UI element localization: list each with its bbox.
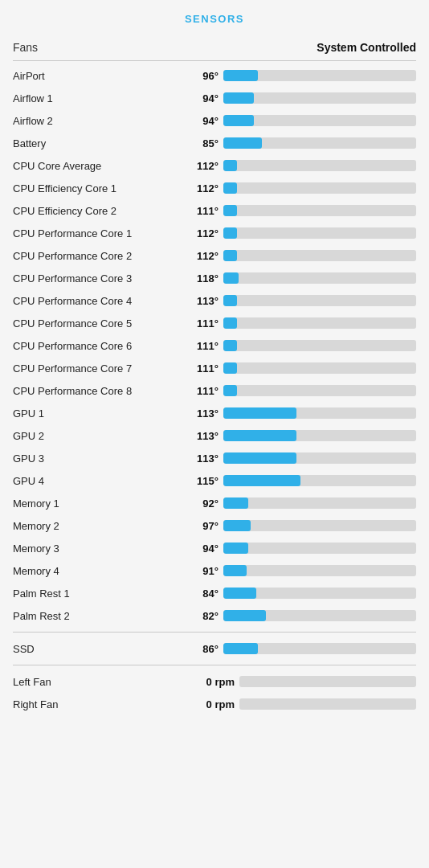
bar-fill: [223, 115, 254, 126]
divider-fans: [13, 665, 416, 665]
fan-list: Left Fan0 rpmRight Fan0 rpm: [13, 670, 416, 715]
sensor-row: GPU 3113°: [13, 447, 416, 469]
sensor-name: CPU Performance Core 5: [13, 317, 182, 330]
sensor-value: 94°: [182, 92, 223, 104]
bar-fill: [223, 542, 248, 554]
bar-fill: [223, 182, 237, 194]
bar-container: [223, 205, 416, 216]
bar-fill: [223, 565, 247, 576]
bar-container: [223, 520, 416, 531]
bar-fill: [223, 407, 296, 419]
sensor-row: SSD86°: [13, 637, 416, 660]
sensor-name: Memory 3: [13, 542, 182, 555]
sensor-name: Airflow 2: [13, 115, 182, 127]
sensor-value: 113°: [182, 452, 223, 465]
sensor-name: Palm Rest 1: [13, 588, 182, 600]
sensor-value: 112°: [182, 250, 223, 262]
bar-container: [223, 407, 416, 419]
bar-container: [239, 676, 416, 687]
sensor-row: GPU 1113°: [13, 402, 416, 424]
bar-fill: [223, 643, 258, 654]
sensor-row: Left Fan0 rpm: [13, 670, 416, 693]
sensor-row: Memory 394°: [13, 537, 416, 559]
sensor-value: 111°: [182, 340, 223, 352]
sensor-name: CPU Performance Core 6: [13, 340, 182, 352]
sensor-row: Palm Rest 282°: [13, 604, 416, 627]
bar-fill: [223, 340, 237, 351]
sensor-row: CPU Performance Core 4113°: [13, 289, 416, 312]
sensor-value: 111°: [182, 362, 223, 375]
fans-section: Fans System Controlled AirPort96°Airflow…: [0, 35, 429, 627]
bar-fill: [223, 588, 256, 599]
sensor-name: Airflow 1: [13, 92, 182, 104]
sensor-name: Memory 2: [13, 520, 182, 532]
sensor-name: Palm Rest 2: [13, 610, 182, 622]
bar-container: [239, 698, 416, 710]
bar-fill: [223, 430, 296, 441]
sensor-row: CPU Performance Core 8111°: [13, 379, 416, 402]
sensor-value: 0 rpm: [182, 676, 239, 688]
sensor-value: 86°: [182, 643, 223, 655]
sensor-row: Memory 491°: [13, 559, 416, 582]
bar-fill: [223, 475, 300, 486]
bar-fill: [223, 70, 258, 81]
bar-fill: [223, 610, 266, 621]
ssd-list: SSD86°: [13, 637, 416, 660]
bar-fill: [223, 497, 248, 509]
bar-container: [223, 340, 416, 351]
sensor-row: CPU Efficiency Core 1112°: [13, 177, 416, 199]
sensor-row: Airflow 194°: [13, 87, 416, 109]
sensor-name: CPU Efficiency Core 1: [13, 182, 182, 194]
bar-container: [223, 542, 416, 554]
bar-fill: [223, 452, 296, 464]
sensor-row: Memory 297°: [13, 514, 416, 537]
bar-container: [223, 115, 416, 126]
sensor-value: 115°: [182, 475, 223, 487]
fan-speed-section: Left Fan0 rpmRight Fan0 rpm: [0, 670, 429, 715]
sensor-row: Memory 192°: [13, 492, 416, 514]
ssd-section: SSD86°: [0, 637, 429, 660]
sensor-name: Memory 4: [13, 565, 182, 577]
sensor-name: CPU Efficiency Core 2: [13, 205, 182, 217]
sensor-value: 111°: [182, 205, 223, 217]
sensor-row: CPU Core Average112°: [13, 154, 416, 177]
sensor-row: CPU Performance Core 7111°: [13, 357, 416, 379]
bar-fill: [223, 272, 239, 284]
sensor-name: Right Fan: [13, 698, 182, 710]
sensor-row: Battery85°: [13, 132, 416, 154]
bar-container: [223, 250, 416, 261]
sensor-value: 92°: [182, 497, 223, 510]
sensor-name: CPU Performance Core 7: [13, 362, 182, 375]
sensor-name: GPU 2: [13, 430, 182, 442]
bar-container: [223, 452, 416, 464]
sensor-row: GPU 2113°: [13, 424, 416, 447]
sensor-row: CPU Performance Core 6111°: [13, 334, 416, 357]
fans-value: System Controlled: [317, 41, 416, 54]
sensor-value: 111°: [182, 317, 223, 330]
sensor-name: GPU 4: [13, 475, 182, 487]
sensor-name: CPU Performance Core 3: [13, 272, 182, 285]
sensor-value: 0 rpm: [182, 698, 239, 710]
bar-container: [223, 182, 416, 194]
sensor-row: CPU Performance Core 3118°: [13, 267, 416, 289]
sensor-name: GPU 3: [13, 452, 182, 465]
sensor-name: AirPort: [13, 70, 182, 82]
sensor-value: 85°: [182, 137, 223, 149]
sensor-name: CPU Core Average: [13, 160, 182, 172]
bar-container: [223, 497, 416, 509]
sensor-name: SSD: [13, 643, 182, 655]
bar-container: [223, 317, 416, 329]
bar-container: [223, 92, 416, 104]
bar-container: [223, 610, 416, 621]
bar-fill: [223, 295, 237, 306]
sensor-row: Palm Rest 184°: [13, 582, 416, 604]
bar-container: [223, 385, 416, 396]
sensor-value: 118°: [182, 272, 223, 285]
sensor-name: CPU Performance Core 4: [13, 295, 182, 307]
sensor-value: 82°: [182, 610, 223, 622]
bar-fill: [223, 92, 254, 104]
section-header: Fans System Controlled: [13, 35, 416, 61]
bar-container: [223, 272, 416, 284]
fans-label: Fans: [13, 41, 38, 54]
sensor-value: 97°: [182, 520, 223, 532]
